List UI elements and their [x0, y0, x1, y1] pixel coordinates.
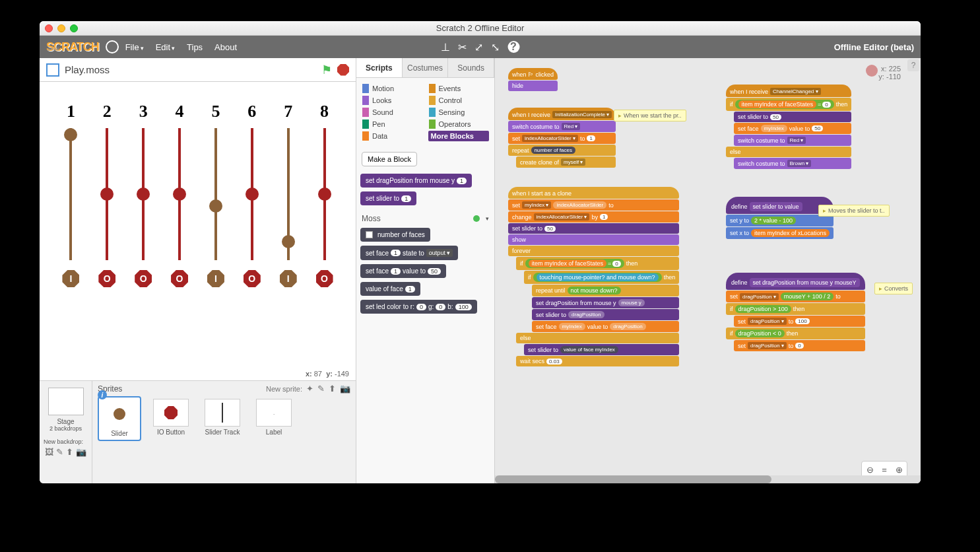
script-block[interactable]: forever: [508, 246, 679, 256]
category-operators[interactable]: Operators: [428, 119, 490, 129]
script-block[interactable]: set dragPosition ▾ mouseY + 100 / 2 to: [726, 291, 865, 302]
script-block[interactable]: repeat number of faces: [508, 145, 616, 156]
slider-knob[interactable]: [318, 188, 331, 201]
slider-knob[interactable]: [245, 188, 259, 201]
zoom-reset-button[interactable]: =: [878, 464, 890, 475]
sprite-paint-icon[interactable]: ✎: [317, 384, 325, 394]
palette-block[interactable]: set face 1 value to 50: [360, 264, 446, 278]
block-stack[interactable]: when 🏳 clickedhide: [508, 68, 558, 92]
slider-knob[interactable]: [173, 188, 186, 201]
io-button[interactable]: I: [62, 270, 79, 287]
fullscreen-icon[interactable]: [46, 63, 59, 77]
category-motion[interactable]: Motion: [362, 83, 423, 94]
script-block[interactable]: set face myIndex value to 50: [734, 123, 851, 134]
slider-knob[interactable]: [64, 128, 77, 141]
menu-edit[interactable]: Edit: [156, 42, 175, 52]
script-block[interactable]: set slider to value of face myIndex: [524, 344, 679, 355]
category-events[interactable]: Events: [428, 83, 490, 94]
script-block[interactable]: switch costume to Brown ▾: [734, 158, 851, 169]
block-stack[interactable]: when I start as a cloneset myIndex ▾ ind…: [508, 187, 679, 367]
script-block[interactable]: if item myIndex of faceStates = 0 then: [726, 98, 851, 111]
io-button[interactable]: I: [207, 270, 224, 287]
script-area[interactable]: ? x: 225y: -110 when 🏳 clickedhidewhen I…: [495, 58, 921, 483]
script-block[interactable]: when I start as a clone: [508, 187, 679, 199]
palette-block[interactable]: set led color to r: 0 g: 0 b: 100: [360, 300, 477, 314]
block-comment[interactable]: When we start the pr..: [614, 110, 686, 121]
script-block[interactable]: define set dragPosition from mouse y mou…: [726, 273, 865, 290]
palette-block[interactable]: set dragPosition from mouse y 1: [360, 174, 472, 188]
slider-knob[interactable]: [137, 188, 150, 201]
horizontal-scrollbar[interactable]: [495, 475, 921, 483]
script-block[interactable]: set myIndex ▾ indexAllocatorSlider to: [508, 199, 679, 211]
script-block[interactable]: if dragPosition < 0 then: [726, 328, 865, 339]
script-block[interactable]: if item myIndex of faceStates = 0 then: [516, 257, 679, 270]
block-stack[interactable]: define set slider to valueset y to 2 * v…: [726, 197, 833, 240]
sprite-library-icon[interactable]: ✦: [306, 384, 313, 394]
language-icon[interactable]: [106, 40, 119, 53]
category-more-blocks[interactable]: More Blocks: [428, 131, 490, 141]
script-block[interactable]: create clone of myself ▾: [516, 156, 616, 168]
category-control[interactable]: Control: [428, 95, 490, 106]
block-stack[interactable]: when I receive ChannelChanged ▾if item m…: [726, 85, 851, 170]
stop-button[interactable]: [337, 64, 349, 76]
slider-knob[interactable]: [100, 188, 114, 201]
script-block[interactable]: set slider to 50: [734, 112, 851, 122]
backdrop-camera-icon[interactable]: 📷: [76, 447, 86, 457]
palette-block[interactable]: number of faces: [360, 228, 430, 242]
slider-track[interactable]: [323, 128, 326, 260]
stage[interactable]: 1I2O3O4O5I6O7I8O x: 87 y: -149: [40, 82, 356, 381]
make-block-button[interactable]: Make a Block: [362, 152, 417, 166]
shrink-icon[interactable]: ⤡: [491, 41, 500, 53]
slider-track[interactable]: [142, 128, 145, 260]
script-block[interactable]: show: [508, 234, 679, 245]
scissors-icon[interactable]: ✂: [458, 41, 467, 53]
slider-track[interactable]: [214, 128, 217, 260]
script-block[interactable]: set dragPosition ▾ to 100: [734, 316, 865, 327]
sprite-item[interactable]: .Label: [252, 396, 296, 441]
backdrop-upload-icon[interactable]: ⬆: [66, 447, 73, 457]
sprite-upload-icon[interactable]: ⬆: [329, 384, 336, 394]
slider-track[interactable]: [69, 128, 72, 260]
palette-block[interactable]: set slider to 1: [360, 191, 416, 205]
script-block[interactable]: if dragPosition > 100 then: [726, 303, 865, 315]
script-block[interactable]: set slider to 50: [508, 223, 679, 234]
palette-block[interactable]: value of face 1: [360, 282, 420, 296]
io-button[interactable]: O: [171, 270, 188, 287]
script-block[interactable]: set dragPosition ▾ to 0: [734, 340, 865, 351]
backdrop-library-icon[interactable]: 🖼: [45, 447, 53, 457]
script-block[interactable]: hide: [508, 81, 558, 91]
help-icon[interactable]: ?: [507, 41, 519, 53]
backdrop-paint-icon[interactable]: ✎: [56, 447, 63, 457]
io-button[interactable]: O: [316, 270, 333, 287]
script-block[interactable]: switch costume to Red ▾: [508, 121, 616, 132]
block-comment[interactable]: Converts: [874, 283, 913, 294]
script-block[interactable]: when I receive ChannelChanged ▾: [726, 85, 851, 97]
script-block[interactable]: if touching mouse-pointer? and mouse dow…: [524, 271, 679, 284]
script-block[interactable]: repeat until not mouse down?: [532, 285, 679, 296]
category-sound[interactable]: Sound: [362, 107, 423, 118]
zoom-out-button[interactable]: ⊖: [864, 464, 876, 475]
tab-sounds[interactable]: Sounds: [448, 58, 494, 77]
tab-costumes[interactable]: Costumes: [403, 58, 449, 77]
io-button[interactable]: O: [244, 270, 261, 287]
close-window-button[interactable]: [45, 24, 53, 32]
slider-knob[interactable]: [209, 199, 222, 213]
category-sensing[interactable]: Sensing: [428, 107, 490, 118]
script-block[interactable]: change indexAllocatorSlider ▾ by 1: [508, 211, 679, 223]
sprite-item[interactable]: Slider Track: [201, 396, 244, 441]
script-block[interactable]: else: [516, 333, 679, 343]
script-block[interactable]: switch costume to Red ▾: [734, 135, 851, 146]
tab-scripts[interactable]: Scripts: [356, 58, 403, 77]
category-pen[interactable]: Pen: [362, 119, 423, 129]
menu-about[interactable]: About: [214, 42, 237, 52]
zoom-in-button[interactable]: ⊕: [893, 464, 905, 475]
io-button[interactable]: O: [135, 270, 152, 287]
menu-file[interactable]: File: [125, 42, 144, 52]
zoom-window-button[interactable]: [70, 24, 78, 32]
io-button[interactable]: I: [280, 270, 297, 287]
block-stack[interactable]: when I receive InitializationComplete ▾s…: [508, 108, 616, 168]
sprite-item[interactable]: Slider: [98, 396, 141, 441]
slider-track[interactable]: [251, 128, 253, 260]
script-block[interactable]: define set slider to value: [726, 197, 833, 214]
menu-tips[interactable]: Tips: [187, 42, 203, 52]
